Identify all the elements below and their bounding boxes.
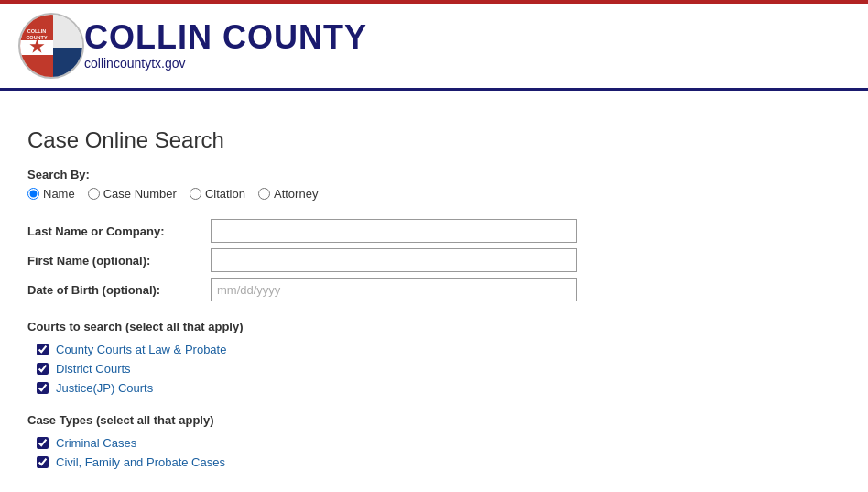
- first-name-input[interactable]: [211, 248, 577, 272]
- radio-name-input[interactable]: [27, 188, 39, 200]
- svg-text:COLLIN: COLLIN: [27, 28, 46, 34]
- cb-criminal-label[interactable]: Criminal Cases: [56, 436, 136, 450]
- first-name-row: First Name (optional):: [27, 248, 841, 272]
- radio-citation-label[interactable]: Citation: [205, 187, 245, 201]
- radio-attorney[interactable]: Attorney: [258, 187, 318, 201]
- cb-district-item[interactable]: District Courts: [37, 362, 841, 376]
- radio-casenumber-input[interactable]: [88, 188, 100, 200]
- svg-rect-1: [53, 15, 84, 48]
- courts-title: Courts to search (select all that apply): [27, 320, 841, 333]
- radio-citation[interactable]: Citation: [190, 187, 245, 201]
- county-name: COLLIN COUNTY: [84, 21, 367, 54]
- first-name-label: First Name (optional):: [27, 254, 211, 268]
- cb-county-item[interactable]: County Courts at Law & Probate: [37, 343, 841, 356]
- cb-civil-input[interactable]: [37, 456, 49, 468]
- county-website: collincountytx.gov: [84, 56, 367, 71]
- radio-casenumber-label[interactable]: Case Number: [103, 187, 177, 201]
- radio-citation-input[interactable]: [190, 188, 201, 200]
- dob-row: Date of Birth (optional):: [27, 278, 841, 301]
- cb-county-input[interactable]: [37, 344, 49, 355]
- svg-text:★: ★: [29, 38, 45, 56]
- cb-civil-label[interactable]: Civil, Family and Probate Cases: [56, 455, 225, 469]
- cb-county-label[interactable]: County Courts at Law & Probate: [56, 343, 226, 356]
- radio-casenumber[interactable]: Case Number: [88, 187, 177, 201]
- case-types-section: Case Types (select all that apply) Crimi…: [27, 413, 841, 469]
- radio-name[interactable]: Name: [27, 187, 75, 201]
- dob-input[interactable]: [211, 278, 577, 301]
- cb-criminal-input[interactable]: [37, 437, 49, 449]
- svg-rect-2: [53, 48, 84, 79]
- main-content: Case Online Search Search By: Name Case …: [0, 109, 868, 492]
- search-by-radio-group: Name Case Number Citation Attorney: [27, 187, 841, 201]
- radio-attorney-label[interactable]: Attorney: [274, 187, 318, 201]
- cb-justice-label[interactable]: Justice(JP) Courts: [56, 381, 153, 395]
- cb-civil-item[interactable]: Civil, Family and Probate Cases: [37, 455, 841, 469]
- cb-district-label[interactable]: District Courts: [56, 362, 131, 376]
- cb-criminal-item[interactable]: Criminal Cases: [37, 436, 841, 450]
- radio-attorney-input[interactable]: [258, 188, 270, 200]
- last-name-row: Last Name or Company:: [27, 219, 841, 243]
- search-by-label: Search By:: [27, 168, 841, 181]
- cb-justice-item[interactable]: Justice(JP) Courts: [37, 381, 841, 395]
- courts-section: Courts to search (select all that apply)…: [27, 320, 841, 395]
- case-types-title: Case Types (select all that apply): [27, 413, 841, 427]
- cb-justice-input[interactable]: [37, 382, 49, 394]
- page-title: Case Online Search: [27, 127, 841, 153]
- radio-name-label[interactable]: Name: [43, 187, 75, 201]
- county-logo: COLLIN COUNTY ★: [18, 13, 84, 79]
- county-name-block: COLLIN COUNTY collincountytx.gov: [84, 21, 367, 71]
- search-form: Last Name or Company: First Name (option…: [27, 219, 841, 301]
- dob-label: Date of Birth (optional):: [27, 283, 211, 297]
- last-name-label: Last Name or Company:: [27, 224, 211, 238]
- last-name-input[interactable]: [211, 219, 577, 243]
- site-header: COLLIN COUNTY ★ COLLIN COUNTY collincoun…: [0, 4, 868, 88]
- cb-district-input[interactable]: [37, 363, 49, 375]
